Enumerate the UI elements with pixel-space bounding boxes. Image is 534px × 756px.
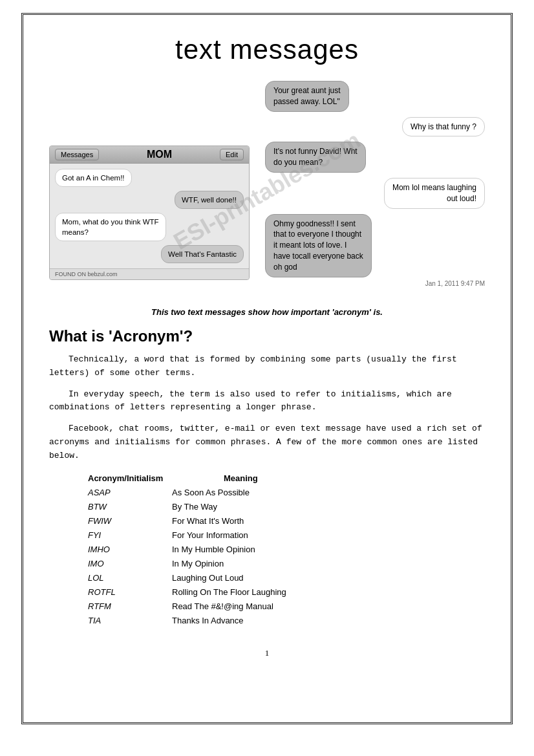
row-rtfm: RTFM Read The #&!@ing Manual: [88, 599, 485, 614]
page-title: text messages: [49, 34, 485, 65]
acronym-table-header: Acronym/Initialism Meaning: [88, 473, 485, 483]
row-imho: IMHO In My Humble Opinion: [88, 543, 485, 557]
row-fwiw: FWIW For What It's Worth: [88, 514, 485, 528]
bubble-lol-3: It's not funny David! Whtdo you mean?: [265, 142, 366, 173]
paragraph-1: Technically, a word that is formed by co…: [49, 353, 485, 380]
caption: This two text messages show how importan…: [49, 307, 485, 317]
bubble-lol-1: Your great aunt justpassed away. LOL": [265, 81, 349, 112]
chat-timestamp: Jan 1, 2011 9:47 PM: [265, 280, 485, 287]
row-tia: TIA Thanks In Advance: [88, 614, 485, 628]
row-rotfl: ROTFL Rolling On The Floor Laughing: [88, 585, 485, 599]
col2-header: Meaning: [224, 473, 258, 483]
col1-header: Acronym/Initialism: [88, 473, 172, 483]
row-btw: BTW By The Way: [88, 500, 485, 514]
bubble-mom-3: Mom, what do you think WTFmeans?: [55, 213, 166, 241]
chat-mom: Messages MOM Edit Got an A in Chem!! WTF…: [49, 146, 250, 280]
acronym-table: Acronym/Initialism Meaning ASAP As Soon …: [88, 473, 485, 629]
chat-mom-title: MOM: [147, 149, 172, 160]
bubble-mom-2: WTF, well done!!: [175, 191, 244, 209]
chat-source: FOUND ON bebzul.com: [50, 268, 249, 279]
row-lol: LOL Laughing Out Loud: [88, 571, 485, 585]
row-imo: IMO In My Opinion: [88, 557, 485, 571]
bubble-lol-4: Mom lol means laughingout loud!: [384, 178, 485, 209]
paragraph-3: Facebook, chat rooms, twitter, e-mail or…: [49, 422, 485, 462]
bubble-mom-1: Got an A in Chem!!: [55, 169, 132, 187]
sms-area: ESI-printables.com Your great aunt justp…: [49, 81, 485, 301]
page: text messages ESI-printables.com Your gr…: [21, 13, 513, 724]
paragraph-2: In everyday speech, the term is also use…: [49, 388, 485, 415]
bubble-lol-5: Ohmy goodness!! I sentthat to everyone I…: [265, 214, 372, 277]
chat-lol: Your great aunt justpassed away. LOL" Wh…: [265, 81, 485, 287]
bubble-mom-4: Well That's Fantastic: [161, 245, 244, 263]
chat-edit-button[interactable]: Edit: [220, 149, 244, 160]
chat-back-button[interactable]: Messages: [55, 149, 99, 160]
row-fyi: FYI For Your Information: [88, 528, 485, 543]
page-number: 1: [49, 648, 485, 658]
chat-mom-body: Got an A in Chem!! WTF, well done!! Mom,…: [50, 164, 249, 268]
section-title: What is 'Acronym'?: [49, 327, 485, 345]
bubble-lol-2: Why is that funny ?: [402, 117, 485, 137]
chat-lol-body: Your great aunt justpassed away. LOL" Wh…: [265, 81, 485, 277]
row-asap: ASAP As Soon As Possible: [88, 486, 485, 500]
chat-mom-header: Messages MOM Edit: [50, 146, 249, 164]
